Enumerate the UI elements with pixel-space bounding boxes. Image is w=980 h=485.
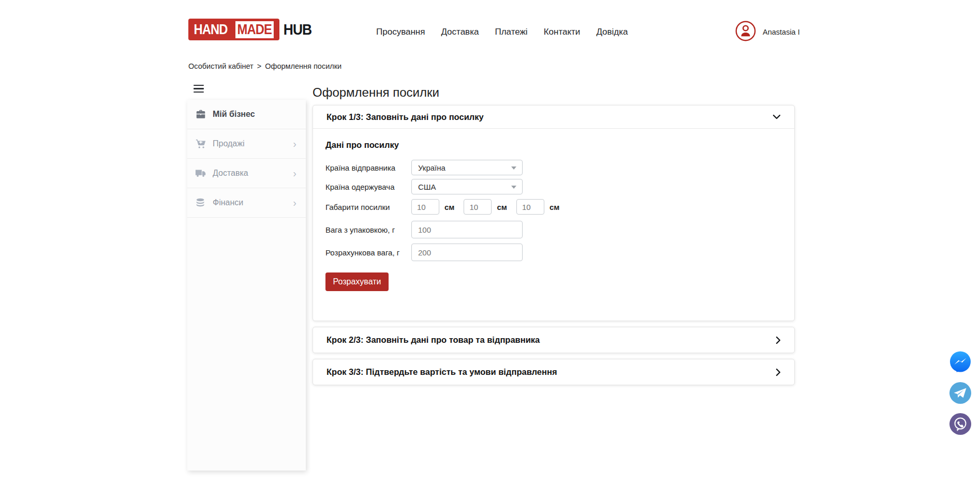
recipient-country-row: Країна одержувача США	[325, 179, 782, 194]
main-nav: Просування Доставка Платежі Контакти Дов…	[376, 27, 628, 37]
logo-hand-text: HAND	[194, 22, 227, 38]
sidebar-item-my-business[interactable]: Мій бізнес	[187, 100, 306, 129]
nav-item-promotion[interactable]: Просування	[376, 27, 425, 37]
briefcase-icon	[195, 108, 207, 120]
viber-icon	[949, 413, 972, 435]
nav-item-payments[interactable]: Платежі	[495, 27, 527, 37]
dimension-length-input[interactable]	[411, 199, 439, 215]
dropdown-arrow-icon	[511, 166, 516, 170]
recipient-country-select[interactable]: США	[411, 179, 523, 194]
step-3-label: Крок 3/3: Підтвердьте вартість та умови …	[326, 367, 557, 377]
dimension-width-input[interactable]	[464, 199, 492, 215]
recipient-country-value: США	[418, 183, 436, 191]
weight-input[interactable]	[411, 221, 523, 238]
nav-item-delivery[interactable]: Доставка	[441, 27, 479, 37]
chevron-right-icon	[776, 368, 781, 376]
calc-weight-input[interactable]	[411, 244, 523, 261]
page: HAND MADE HUB Просування Доставка Платеж…	[0, 0, 980, 485]
chevron-right-icon	[776, 336, 781, 344]
dropdown-arrow-icon	[511, 186, 516, 189]
nav-item-contacts[interactable]: Контакти	[544, 27, 581, 37]
main-content: Оформлення посилки Крок 1/3: Заповніть д…	[313, 86, 795, 385]
nav-item-help[interactable]: Довідка	[596, 27, 628, 37]
dimension-height-input[interactable]	[516, 199, 544, 215]
form-section-heading: Дані про посилку	[325, 140, 782, 150]
logo-made-text: MADE	[235, 21, 273, 38]
messenger-button[interactable]	[949, 351, 972, 373]
user-menu[interactable]: Anastasia I	[735, 21, 800, 43]
page-title: Оформлення посилки	[313, 86, 795, 99]
step-2-label: Крок 2/3: Заповніть дані про товар та ві…	[326, 335, 540, 345]
user-name: Anastasia I	[763, 28, 800, 36]
accordion-step-1: Крок 1/3: Заповніть дані про посилку Дан…	[313, 105, 795, 321]
viber-button[interactable]	[949, 413, 972, 435]
sidebar-item-label: Продажі	[213, 139, 293, 148]
telegram-icon	[949, 382, 972, 404]
unit-cm-label: см	[497, 203, 507, 211]
logo-hub-text: HUB	[283, 21, 311, 38]
breadcrumb-separator: >	[257, 62, 261, 70]
social-buttons	[949, 351, 972, 435]
logo-red-badge: HAND MADE	[188, 19, 279, 40]
weight-label: Вага з упаковкою, г	[325, 225, 411, 234]
sender-country-select[interactable]: Україна	[411, 160, 523, 175]
breadcrumb-link-cabinet[interactable]: Особистий кабінет	[188, 62, 254, 70]
sender-country-label: Країна відправника	[325, 163, 411, 172]
sidebar-item-finance[interactable]: Фінанси ›	[187, 188, 306, 218]
calc-weight-label: Розрахункова вага, г	[325, 248, 411, 257]
sidebar-item-label: Мій бізнес	[213, 110, 296, 119]
weight-row: Вага з упаковкою, г	[325, 221, 782, 238]
sidebar-item-sales[interactable]: Продажі ›	[187, 129, 306, 159]
breadcrumb-current: Оформлення посилки	[265, 62, 341, 70]
calculate-button[interactable]: Розрахувати	[325, 272, 389, 291]
step-1-label: Крок 1/3: Заповніть дані про посилку	[326, 112, 484, 122]
coins-icon	[195, 196, 207, 209]
dimensions-label: Габарити посилки	[325, 203, 411, 211]
unit-cm-label: см	[444, 203, 454, 211]
sidebar-item-label: Фінанси	[213, 198, 293, 207]
accordion-step-3: Крок 3/3: Підтвердьте вартість та умови …	[313, 359, 795, 385]
sidebar-item-delivery[interactable]: Доставка ›	[187, 159, 306, 188]
menu-toggle-button[interactable]	[194, 85, 204, 93]
cart-icon	[195, 138, 207, 150]
logo[interactable]: HAND MADE HUB	[188, 19, 314, 40]
sender-country-value: Україна	[418, 163, 446, 172]
unit-cm-label: см	[550, 203, 559, 211]
accordion-step-2: Крок 2/3: Заповніть дані про товар та ві…	[313, 327, 795, 353]
telegram-button[interactable]	[949, 382, 972, 404]
accordion-step-2-header[interactable]: Крок 2/3: Заповніть дані про товар та ві…	[313, 327, 794, 353]
chevron-right-icon: ›	[293, 168, 296, 178]
recipient-country-label: Країна одержувача	[325, 183, 411, 191]
sidebar: Мій бізнес Продажі › Доставка ›	[187, 100, 306, 471]
chevron-right-icon: ›	[293, 198, 296, 208]
accordion-step-1-header[interactable]: Крок 1/3: Заповніть дані про посилку	[313, 105, 794, 129]
chevron-down-icon	[773, 114, 781, 119]
sidebar-item-label: Доставка	[213, 169, 293, 178]
breadcrumb: Особистий кабінет > Оформлення посилки	[188, 62, 341, 70]
sender-country-row: Країна відправника Україна	[325, 160, 782, 175]
messenger-icon	[949, 351, 972, 373]
calc-weight-row: Розрахункова вага, г	[325, 244, 782, 261]
chevron-right-icon: ›	[293, 139, 296, 149]
dimensions-row: Габарити посилки см см см	[325, 199, 782, 215]
avatar-icon	[735, 21, 756, 43]
step-1-panel: Дані про посилку Країна відправника Укра…	[313, 129, 794, 321]
accordion-step-3-header[interactable]: Крок 3/3: Підтвердьте вартість та умови …	[313, 359, 794, 385]
truck-icon	[195, 167, 207, 179]
